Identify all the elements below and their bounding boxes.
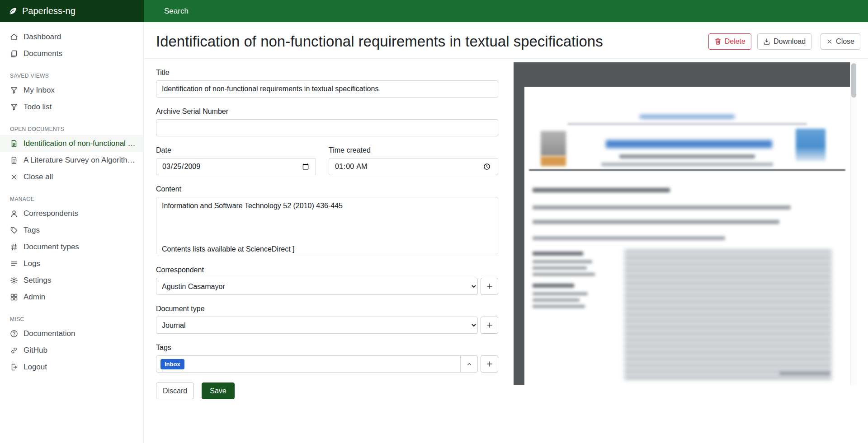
pdf-blur-info-line xyxy=(533,305,585,308)
sidebar-item-my-inbox[interactable]: My Inbox xyxy=(0,82,143,98)
date-input[interactable] xyxy=(156,158,316,175)
sidebar-section-open-documents: OPEN DOCUMENTS xyxy=(0,126,143,132)
sidebar-open-document-2[interactable]: A Literature Survey on Algorithms for Mu… xyxy=(0,152,143,168)
pdf-blur-left-logo-band xyxy=(541,156,566,166)
sidebar-item-label: Settings xyxy=(24,276,137,285)
funnel-icon xyxy=(10,103,18,111)
sidebar-close-all[interactable]: Close all xyxy=(0,168,143,185)
pdf-blur-right-logo xyxy=(796,129,826,161)
pdf-blur-authors-line xyxy=(619,154,755,159)
close-button[interactable]: Close xyxy=(821,33,860,49)
pdf-blur-dark-rule xyxy=(529,169,845,171)
correspondent-select[interactable]: Agustin Casamayor xyxy=(156,278,478,295)
sidebar-open-document-1[interactable]: Identification of non-functional require… xyxy=(0,135,143,152)
sidebar-item-label: Documentation xyxy=(24,329,137,338)
pdf-blur-info-line xyxy=(533,266,587,270)
sidebar-section-saved-views: SAVED VIEWS xyxy=(0,73,143,79)
tag-badge-inbox[interactable]: Inbox xyxy=(160,359,184,369)
app-root: Paperless-ng Dashboard Documents SAVED V… xyxy=(0,0,868,22)
question-circle-icon xyxy=(10,330,18,338)
person-icon xyxy=(10,210,18,218)
sidebar-item-tags[interactable]: Tags xyxy=(0,222,143,238)
close-icon xyxy=(826,38,833,45)
time-created-input[interactable] xyxy=(329,158,498,175)
sidebar-item-admin[interactable]: Admin xyxy=(0,289,143,305)
tags-input[interactable]: Inbox xyxy=(156,355,461,373)
content-label: Content xyxy=(156,185,498,193)
sidebar-item-documents[interactable]: Documents xyxy=(0,45,143,62)
sidebar-item-logs[interactable]: Logs xyxy=(0,255,143,272)
pdf-blur-info-heading-2 xyxy=(533,284,574,288)
gear-icon xyxy=(10,276,18,284)
delete-button[interactable]: Delete xyxy=(708,33,751,49)
sidebar-item-dashboard[interactable]: Dashboard xyxy=(0,28,143,45)
pdf-blur-rule-top xyxy=(567,123,807,125)
pdf-page xyxy=(524,87,850,385)
pdf-blur-info-heading-1 xyxy=(533,252,583,256)
download-icon xyxy=(763,38,770,45)
sidebar-item-correspondents[interactable]: Correspondents xyxy=(0,205,143,222)
pdf-preview-pane[interactable] xyxy=(514,62,857,385)
pdf-blur-affiliation-line xyxy=(601,163,773,166)
plus-icon xyxy=(486,322,493,329)
document-type-label: Document type xyxy=(156,305,498,313)
tags-label: Tags xyxy=(156,344,498,352)
title-input[interactable] xyxy=(156,80,498,98)
sidebar-item-github[interactable]: GitHub xyxy=(0,342,143,359)
brand[interactable]: Paperless-ng xyxy=(0,0,144,22)
file-text-icon xyxy=(10,156,18,164)
funnel-icon xyxy=(10,86,18,94)
sidebar-item-documentation[interactable]: Documentation xyxy=(0,325,143,342)
delete-button-label: Delete xyxy=(725,37,745,46)
time-created-label: Time created xyxy=(329,146,498,154)
sidebar: Dashboard Documents SAVED VIEWS My Inbox… xyxy=(0,22,144,443)
add-correspondent-button[interactable] xyxy=(481,278,498,295)
sidebar-item-label: Logout xyxy=(24,363,137,372)
document-type-select[interactable]: Journal xyxy=(156,317,478,334)
main-content: Identification of non-functional require… xyxy=(144,22,868,443)
close-button-label: Close xyxy=(836,37,854,46)
pdf-blur-footer-line xyxy=(779,372,830,375)
add-document-type-button[interactable] xyxy=(481,317,498,334)
hash-icon xyxy=(10,243,18,251)
archive-serial-number-input[interactable] xyxy=(156,119,498,136)
sidebar-item-logout[interactable]: Logout xyxy=(0,359,143,375)
sidebar-item-label: Admin xyxy=(24,293,137,302)
tags-input-group: Inbox xyxy=(156,355,478,373)
title-label: Title xyxy=(156,69,498,77)
chevron-up-icon xyxy=(466,361,472,367)
save-button[interactable]: Save xyxy=(202,382,234,399)
pdf-preview-scrollbar-thumb[interactable] xyxy=(851,63,856,98)
sidebar-item-label: My Inbox xyxy=(24,86,137,95)
page-title: Identification of non-functional require… xyxy=(156,33,603,50)
sidebar-item-label: Correspondents xyxy=(24,209,137,218)
pdf-preview-scrollbar[interactable] xyxy=(850,62,857,385)
content-textarea[interactable]: Information and Software Technology 52 (… xyxy=(156,197,498,254)
discard-button-label: Discard xyxy=(163,387,187,395)
add-tag-button[interactable] xyxy=(481,355,498,373)
discard-button[interactable]: Discard xyxy=(156,382,194,399)
document-header: Identification of non-functional require… xyxy=(144,22,868,59)
search-input[interactable] xyxy=(164,7,481,16)
tags-dropdown-toggle[interactable] xyxy=(460,355,478,373)
sidebar-item-label: Tags xyxy=(24,226,137,235)
brand-leaf-icon xyxy=(8,6,18,16)
date-label: Date xyxy=(156,146,316,154)
sidebar-item-label: Logs xyxy=(24,259,137,268)
list-icon xyxy=(10,260,18,268)
link-icon xyxy=(10,346,18,354)
pdf-blur-header-line xyxy=(640,115,735,119)
pdf-blur-article-title xyxy=(606,140,772,148)
sidebar-item-label: GitHub xyxy=(24,346,137,355)
trash-icon xyxy=(714,38,722,45)
tag-icon xyxy=(10,226,18,234)
pdf-blur-info-line xyxy=(533,298,580,302)
sidebar-item-document-types[interactable]: Document types xyxy=(0,238,143,255)
search-bar xyxy=(144,0,868,22)
sidebar-item-label: Todo list xyxy=(24,103,137,112)
sidebar-item-label: Identification of non-functional require… xyxy=(24,139,137,148)
grid-icon xyxy=(10,293,18,301)
sidebar-item-todo-list[interactable]: Todo list xyxy=(0,98,143,115)
download-button[interactable]: Download xyxy=(757,33,811,49)
sidebar-item-settings[interactable]: Settings xyxy=(0,272,143,289)
